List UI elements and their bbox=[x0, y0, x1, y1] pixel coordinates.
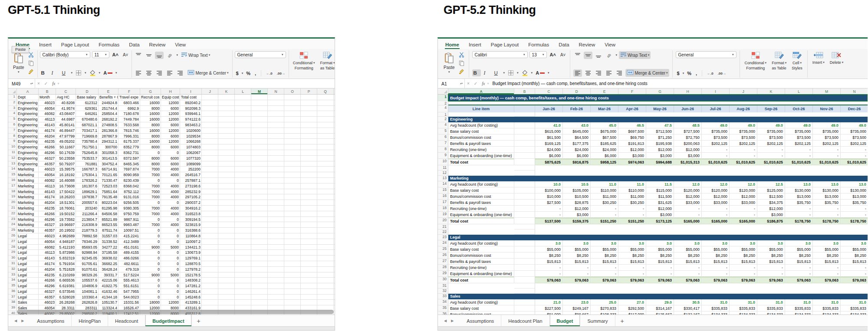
cell[interactable] bbox=[235, 172, 251, 178]
ribbon-tab-data[interactable]: Data bbox=[128, 41, 140, 49]
cell[interactable]: 0 bbox=[140, 283, 161, 289]
cell[interactable]: - bbox=[785, 153, 813, 159]
cell[interactable] bbox=[235, 106, 251, 111]
cell[interactable] bbox=[218, 106, 235, 111]
cell[interactable]: Legal bbox=[17, 295, 39, 300]
dropdown-caret-icon[interactable]: ▾ bbox=[503, 71, 505, 75]
cell[interactable]: $200,063 bbox=[674, 141, 702, 147]
month-header-cell[interactable]: Sep-26 bbox=[757, 105, 785, 112]
cell[interactable] bbox=[334, 200, 335, 206]
cell[interactable]: $64,500 bbox=[563, 134, 591, 141]
font-size-select[interactable]: 13▾ bbox=[529, 51, 547, 58]
cell[interactable] bbox=[514, 259, 535, 265]
cell[interactable]: 178326.2 bbox=[76, 178, 99, 184]
cell[interactable]: 6000 bbox=[161, 156, 180, 161]
cell[interactable]: 257887.1 bbox=[180, 178, 202, 184]
copy-icon[interactable] bbox=[27, 59, 35, 67]
cell[interactable] bbox=[202, 200, 218, 206]
column-header-F[interactable]: F bbox=[618, 88, 646, 94]
column-header-E[interactable]: E bbox=[99, 88, 118, 94]
cell[interactable] bbox=[251, 295, 268, 300]
cell[interactable] bbox=[317, 222, 334, 228]
indent-icon[interactable] bbox=[176, 69, 184, 77]
column-header-M[interactable]: M bbox=[251, 88, 268, 94]
cell[interactable]: $35,750 bbox=[813, 200, 841, 206]
cell[interactable]: $195,938 bbox=[646, 141, 674, 147]
cell[interactable]: 46296 bbox=[39, 283, 56, 289]
cell[interactable]: - bbox=[757, 153, 785, 159]
cell[interactable]: 46113 bbox=[39, 250, 56, 256]
cell[interactable] bbox=[202, 150, 218, 156]
cell[interactable]: $165,000 bbox=[674, 218, 702, 224]
cell[interactable] bbox=[235, 156, 251, 161]
cell[interactable]: $8,250 bbox=[535, 252, 563, 259]
cell[interactable] bbox=[514, 181, 535, 187]
underline-button[interactable]: U bbox=[493, 69, 502, 76]
row-header-1[interactable]: 1 bbox=[438, 95, 448, 101]
row-header-19[interactable]: 19 bbox=[8, 194, 17, 200]
cell[interactable] bbox=[317, 134, 334, 139]
cell[interactable]: 6.573546 bbox=[56, 289, 76, 295]
cell[interactable] bbox=[284, 156, 301, 161]
cell[interactable]: 517.5224 bbox=[118, 272, 140, 278]
cell[interactable]: $11,000 bbox=[591, 193, 618, 200]
cell[interactable]: $33,000 bbox=[674, 200, 702, 206]
cell[interactable] bbox=[334, 228, 335, 233]
cell[interactable]: $735,000 bbox=[757, 128, 785, 134]
cell[interactable] bbox=[284, 178, 301, 184]
cell[interactable] bbox=[514, 105, 535, 112]
cell[interactable]: 8230.439 bbox=[118, 178, 140, 184]
cell[interactable] bbox=[514, 288, 535, 294]
cell[interactable]: - bbox=[674, 206, 702, 212]
halign-right-icon[interactable] bbox=[155, 69, 164, 77]
cell[interactable] bbox=[202, 300, 218, 305]
cell[interactable] bbox=[334, 211, 335, 217]
cell[interactable] bbox=[251, 239, 268, 245]
cell[interactable]: $178,750 bbox=[813, 218, 841, 224]
cell[interactable] bbox=[235, 289, 251, 295]
increase-decimal-button[interactable]: ←.0 bbox=[706, 71, 715, 76]
cell[interactable]: $958,125 bbox=[591, 159, 618, 165]
cell[interactable] bbox=[301, 267, 317, 272]
cell[interactable] bbox=[334, 250, 335, 256]
dropdown-caret-icon[interactable]: ▾ bbox=[765, 61, 767, 65]
sheet-nav-arrows[interactable]: ◀▶ bbox=[8, 315, 30, 327]
cell[interactable] bbox=[251, 222, 268, 228]
cell[interactable]: $79,063 bbox=[618, 277, 646, 283]
cell[interactable]: 5.751828 bbox=[56, 267, 76, 272]
cell[interactable]: 46174 bbox=[39, 261, 56, 267]
cell[interactable]: 751750.1 bbox=[76, 144, 99, 150]
cell[interactable] bbox=[284, 278, 301, 283]
cell[interactable] bbox=[514, 252, 535, 259]
cell[interactable] bbox=[284, 289, 301, 295]
cell[interactable]: 8090.959 bbox=[118, 172, 140, 178]
cell[interactable]: 0 bbox=[161, 239, 180, 245]
sheet-nav-left-icon[interactable]: ◀ bbox=[444, 319, 447, 323]
cell[interactable]: 0 bbox=[161, 150, 180, 156]
dropdown-caret-icon[interactable]: ▾ bbox=[823, 60, 825, 65]
cell[interactable] bbox=[284, 111, 301, 117]
cell[interactable] bbox=[334, 194, 335, 200]
cell[interactable] bbox=[284, 250, 301, 256]
cell[interactable] bbox=[514, 193, 535, 200]
cell[interactable] bbox=[284, 200, 301, 206]
cell[interactable]: 629361 bbox=[76, 106, 99, 111]
row-header-9[interactable]: 9 bbox=[8, 139, 17, 144]
cell[interactable]: Legal bbox=[17, 261, 39, 267]
cell[interactable]: $35,750 bbox=[841, 200, 868, 206]
cell[interactable] bbox=[218, 111, 235, 117]
cell[interactable] bbox=[218, 289, 235, 295]
conditional-formatting-button[interactable]: Conditional▾Formatting bbox=[291, 51, 317, 71]
conditional-formatting-button[interactable]: Conditional▾Formatting bbox=[743, 51, 769, 71]
cell[interactable] bbox=[268, 267, 284, 272]
cell[interactable]: 670480.6 bbox=[76, 117, 99, 122]
cell[interactable]: $73,500 bbox=[785, 134, 813, 141]
cell[interactable]: 46023 bbox=[39, 233, 56, 239]
cell[interactable]: $24,000 bbox=[563, 147, 591, 153]
cell[interactable] bbox=[235, 261, 251, 267]
cell[interactable]: 200557.6 bbox=[76, 200, 99, 206]
cell[interactable] bbox=[202, 184, 218, 189]
cell[interactable]: 8368.042 bbox=[118, 184, 140, 189]
cell[interactable]: $31,625 bbox=[646, 200, 674, 206]
row-header-10[interactable]: 10 bbox=[8, 144, 17, 150]
